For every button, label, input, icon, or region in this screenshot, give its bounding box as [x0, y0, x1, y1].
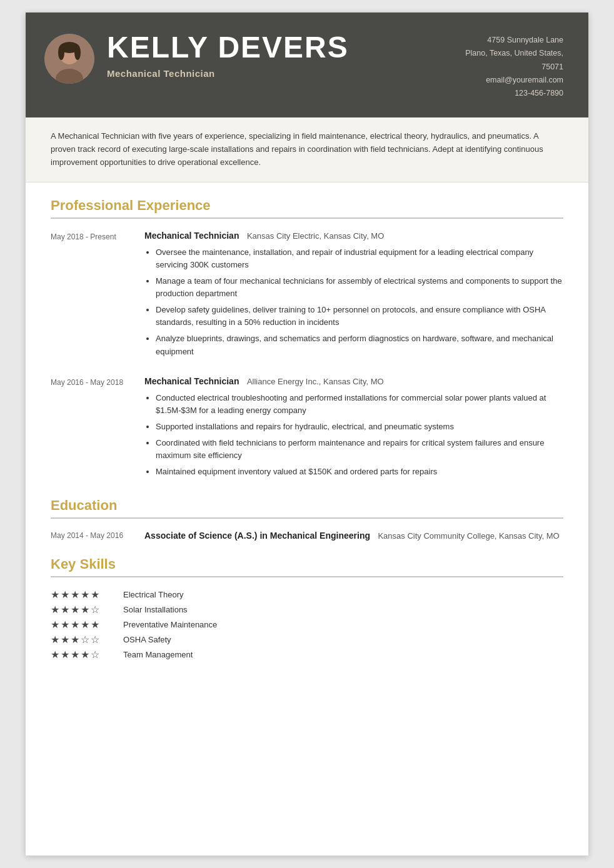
svg-point-5	[74, 45, 81, 60]
exp-bullets-1: Oversee the maintenance, installation, a…	[144, 246, 563, 358]
edu-degree-1: Associate of Science (A.S.) in Mechanica…	[144, 531, 370, 541]
edu-school-1: Kansas City Community College, Kansas Ci…	[378, 531, 559, 541]
bullet-item: Oversee the maintenance, installation, a…	[156, 246, 563, 271]
bullet-item: Maintained equipment inventory valued at…	[156, 466, 563, 478]
exp-date-2: May 2016 - May 2018	[51, 376, 132, 482]
edu-date-1: May 2014 - May 2016	[51, 530, 132, 541]
skill-name: Solar Installations	[123, 605, 188, 614]
experience-section-title: Professional Experience	[51, 197, 563, 219]
skill-name: OSHA Safety	[123, 635, 171, 644]
candidate-title: Mechanical Technician	[107, 68, 349, 79]
contact-address: 4759 Sunnydale Lane	[465, 34, 563, 47]
skills-section: Key Skills ★★★★★ Electrical Theory ★★★★☆…	[51, 556, 563, 661]
skill-row: ★★★★★ Preventative Maintenance	[51, 619, 563, 631]
exp-company-1: Kansas City Electric, Kansas City, MO	[247, 231, 384, 241]
skill-name: Preventative Maintenance	[123, 620, 217, 629]
exp-job-title-1: Mechanical Technician	[144, 231, 239, 241]
skill-row: ★★★★★ Electrical Theory	[51, 589, 563, 601]
edu-body-1: Associate of Science (A.S.) in Mechanica…	[144, 530, 563, 541]
skills-list: ★★★★★ Electrical Theory ★★★★☆ Solar Inst…	[51, 589, 563, 661]
exp-job-title-2: Mechanical Technician	[144, 376, 239, 386]
skill-stars: ★★★★★	[51, 589, 113, 601]
svg-point-4	[58, 45, 64, 60]
exp-body-1: Mechanical Technician Kansas City Electr…	[144, 230, 563, 362]
contact-city: Plano, Texas, United States,	[465, 47, 563, 60]
candidate-name: KELLY DEVERS	[107, 31, 349, 64]
exp-company-2: Alliance Energy Inc., Kansas City, MO	[247, 377, 384, 386]
skill-name: Electrical Theory	[123, 590, 184, 599]
bullet-item: Conducted electrical troubleshooting and…	[156, 392, 563, 417]
avatar	[44, 34, 94, 84]
skill-stars: ★★★☆☆	[51, 634, 113, 646]
exp-date-1: May 2018 - Present	[51, 230, 132, 362]
exp-bullets-2: Conducted electrical troubleshooting and…	[144, 392, 563, 479]
bullet-item: Supported installations and repairs for …	[156, 421, 563, 433]
header-left: KELLY DEVERS Mechanical Technician	[44, 31, 349, 84]
main-content: Professional Experience May 2018 - Prese…	[26, 197, 588, 689]
skill-stars: ★★★★☆	[51, 649, 113, 661]
bullet-item: Coordinated with field technicians to pe…	[156, 437, 563, 462]
header-name-block: KELLY DEVERS Mechanical Technician	[107, 31, 349, 79]
skill-row: ★★★☆☆ OSHA Safety	[51, 634, 563, 646]
skill-stars: ★★★★☆	[51, 604, 113, 616]
experience-section: Professional Experience May 2018 - Prese…	[51, 197, 563, 482]
experience-entry: May 2016 - May 2018 Mechanical Technicia…	[51, 376, 563, 482]
exp-body-2: Mechanical Technician Alliance Energy In…	[144, 376, 563, 482]
education-section: Education May 2014 - May 2016 Associate …	[51, 497, 563, 541]
contact-email: email@youremail.com	[465, 74, 563, 87]
summary-section: A Mechanical Technician with five years …	[26, 117, 588, 182]
resume-container: KELLY DEVERS Mechanical Technician 4759 …	[26, 12, 588, 856]
education-entry: May 2014 - May 2016 Associate of Science…	[51, 530, 563, 541]
contact-phone: 123-456-7890	[465, 87, 563, 100]
skill-name: Team Management	[123, 650, 193, 659]
experience-entry: May 2018 - Present Mechanical Technician…	[51, 230, 563, 362]
skill-stars: ★★★★★	[51, 619, 113, 631]
education-section-title: Education	[51, 497, 563, 519]
bullet-item: Manage a team of four mechanical technic…	[156, 275, 563, 300]
contact-info: 4759 Sunnydale Lane Plano, Texas, United…	[465, 34, 563, 100]
skill-row: ★★★★☆ Team Management	[51, 649, 563, 661]
contact-zip: 75071	[465, 61, 563, 74]
resume-header: KELLY DEVERS Mechanical Technician 4759 …	[26, 12, 588, 117]
skill-row: ★★★★☆ Solar Installations	[51, 604, 563, 616]
skills-section-title: Key Skills	[51, 556, 563, 577]
bullet-item: Analyze blueprints, drawings, and schema…	[156, 332, 563, 357]
bullet-item: Develop safety guidelines, deliver train…	[156, 304, 563, 329]
summary-text: A Mechanical Technician with five years …	[51, 130, 563, 169]
